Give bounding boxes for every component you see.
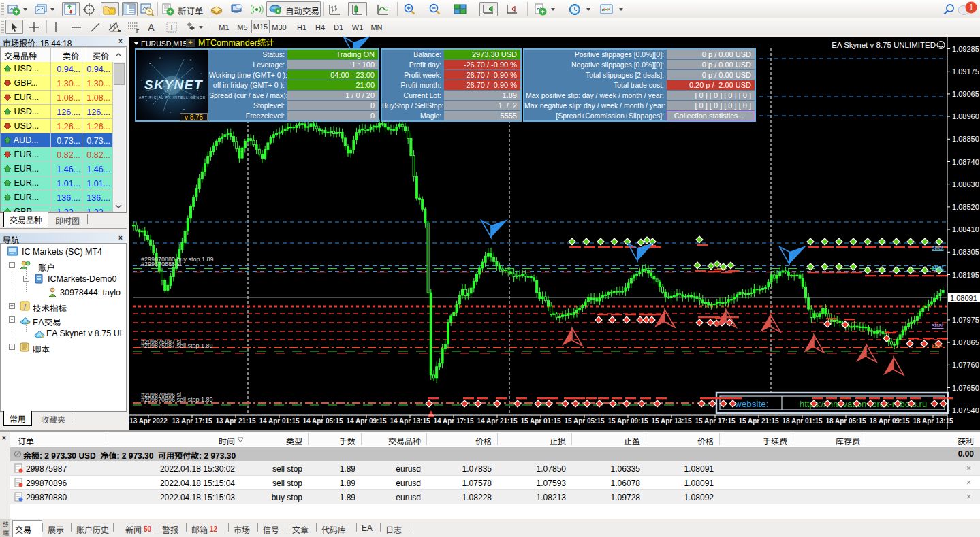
svg-text:#299875987 sell stop 1.89: #299875987 sell stop 1.89 (141, 342, 213, 349)
svg-text:strat: strat (932, 244, 944, 251)
svg-text:15 Apr 09:15: 15 Apr 09:15 (607, 417, 648, 425)
svg-text:1.08740: 1.08740 (952, 158, 979, 166)
svg-text:website:: website: (734, 399, 769, 409)
svg-text:1.09285: 1.09285 (952, 45, 979, 53)
svg-text:14 Apr 05:15: 14 Apr 05:15 (302, 417, 343, 425)
svg-text:18 Apr 09:15: 18 Apr 09:15 (869, 417, 910, 425)
svg-text:13 Apr 17:15: 13 Apr 17:15 (172, 417, 212, 425)
svg-text:1.07650: 1.07650 (952, 384, 979, 392)
svg-text:14 Apr 17:15: 14 Apr 17:15 (433, 417, 474, 425)
svg-text:E: E (118, 28, 121, 33)
svg-text:15 Apr 17:15: 15 Apr 17:15 (695, 417, 736, 425)
svg-text:1.09175: 1.09175 (952, 67, 979, 76)
svg-text:1.07975: 1.07975 (952, 316, 979, 324)
svg-text:14 Apr 21:15: 14 Apr 21:15 (477, 417, 518, 425)
svg-text:18 Apr 13:15: 18 Apr 13:15 (913, 417, 953, 425)
svg-text:ARTIFICIAL FX INTELLIGENCE: ARTIFICIAL FX INTELLIGENCE (139, 95, 206, 99)
svg-text:18 Apr 05:15: 18 Apr 05:15 (825, 417, 866, 425)
svg-text:13 Apr 21:15: 13 Apr 21:15 (215, 417, 256, 425)
svg-text:15 Apr 01:15: 15 Apr 01:15 (520, 417, 561, 425)
svg-text:1.08305: 1.08305 (952, 248, 979, 256)
svg-text:14 Apr 01:15: 14 Apr 01:15 (259, 417, 300, 425)
svg-text:1.08410: 1.08410 (952, 225, 979, 233)
svg-text:14 Apr 13:15: 14 Apr 13:15 (390, 417, 430, 425)
svg-text:SKYNET: SKYNET (144, 78, 203, 92)
svg-text:T: T (169, 23, 174, 31)
svg-text:1.08960: 1.08960 (952, 112, 979, 120)
svg-text:15 Apr 13:15: 15 Apr 13:15 (651, 417, 692, 425)
svg-text:1.07540: 1.07540 (952, 406, 979, 414)
svg-text:strat: strat (932, 322, 944, 329)
svg-text:13 Apr 2022: 13 Apr 2022 (129, 417, 168, 425)
svg-text:1.08195: 1.08195 (952, 271, 979, 279)
svg-text:1.08630: 1.08630 (952, 180, 979, 189)
svg-text:stra: stra (932, 342, 942, 348)
svg-text:1.07865: 1.07865 (952, 338, 979, 346)
svg-text:1.09065: 1.09065 (952, 90, 979, 98)
svg-text:18 Apr 01:15: 18 Apr 01:15 (782, 417, 823, 425)
svg-text:15 Apr 05:15: 15 Apr 05:15 (564, 417, 605, 425)
svg-text:1.08850: 1.08850 (952, 135, 979, 143)
svg-text:1: 1 (969, 3, 974, 12)
svg-text:EA Skynet v 8.75 UNLIMITED: EA Skynet v 8.75 UNLIMITED (832, 41, 936, 49)
svg-text:#299870888 sl: #299870888 sl (141, 261, 181, 267)
svg-text:1.07760: 1.07760 (952, 361, 979, 369)
svg-text:15 Apr 21:15: 15 Apr 21:15 (738, 417, 779, 425)
svg-text:F: F (136, 29, 140, 33)
svg-text:A: A (148, 22, 155, 33)
svg-text:#299870896 sell stop 1.89: #299870896 sell stop 1.89 (141, 396, 213, 403)
svg-text:14 Apr 09:15: 14 Apr 09:15 (346, 417, 387, 425)
svg-text:1.08520: 1.08520 (952, 203, 979, 211)
svg-text:strat: strat (932, 264, 944, 271)
svg-text:1.08091: 1.08091 (950, 294, 977, 302)
